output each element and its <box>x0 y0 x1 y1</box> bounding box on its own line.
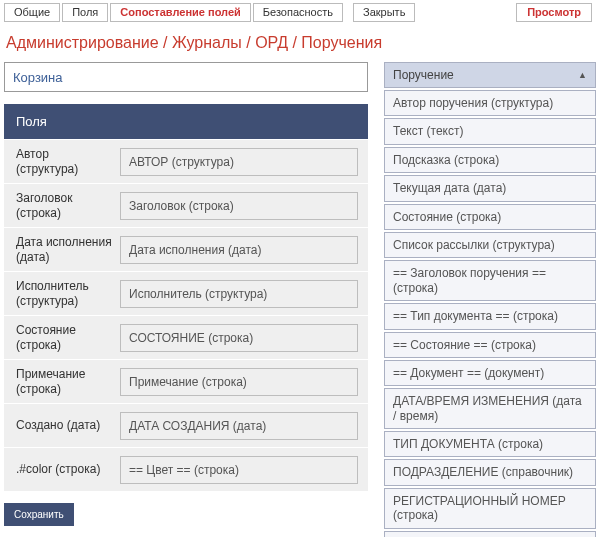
available-field-item[interactable]: == Документ == (документ) <box>384 360 596 386</box>
fields-header: Поля <box>4 104 368 139</box>
field-row: Исполнитель (структура)Исполнитель (стру… <box>4 271 368 315</box>
collapse-icon: ▲ <box>578 70 587 80</box>
tab-0[interactable]: Общие <box>4 3 60 22</box>
panel-header[interactable]: Поручение ▲ <box>384 62 596 88</box>
field-row: Состояние (строка)СОСТОЯНИЕ (строка) <box>4 315 368 359</box>
field-value-dropzone[interactable]: СОСТОЯНИЕ (строка) <box>120 324 358 352</box>
available-field-item[interactable]: Состояние (строка) <box>384 204 596 230</box>
field-label: Автор (структура) <box>4 141 116 182</box>
available-field-item[interactable]: Текущая дата (дата) <box>384 175 596 201</box>
available-field-item[interactable]: == Тип документа == (строка) <box>384 303 596 329</box>
field-label: .#color (строка) <box>4 456 116 482</box>
field-row: Заголовок (строка)Заголовок (строка) <box>4 183 368 227</box>
available-field-item[interactable]: ТИП ДОКУМЕНТА (строка) <box>384 431 596 457</box>
field-value-dropzone[interactable]: ДАТА СОЗДАНИЯ (дата) <box>120 412 358 440</box>
field-row: Дата исполнения (дата)Дата исполнения (д… <box>4 227 368 271</box>
right-column: Поручение ▲ Автор поручения (структура)Т… <box>384 62 596 537</box>
field-mapping-table: Автор (структура)АВТОР (структура)Заголо… <box>4 139 368 491</box>
available-field-item[interactable]: ПОДРАЗДЕЛЕНИЕ (справочник) <box>384 459 596 485</box>
available-field-item[interactable]: == Состояние == (строка) <box>384 332 596 358</box>
field-row: .#color (строка)== Цвет == (строка) <box>4 447 368 491</box>
field-label: Примечание (строка) <box>4 361 116 402</box>
field-label: Состояние (строка) <box>4 317 116 358</box>
available-field-item[interactable]: Текст (текст) <box>384 118 596 144</box>
field-value-dropzone[interactable]: Исполнитель (структура) <box>120 280 358 308</box>
tab-1[interactable]: Поля <box>62 3 108 22</box>
field-value-dropzone[interactable]: АВТОР (структура) <box>120 148 358 176</box>
field-label: Заголовок (строка) <box>4 185 116 226</box>
breadcrumb: Администрирование / Журналы / ОРД / Пору… <box>0 24 600 62</box>
field-row: Примечание (строка)Примечание (строка) <box>4 359 368 403</box>
panel-title: Поручение <box>393 68 454 82</box>
field-row: Автор (структура)АВТОР (структура) <box>4 139 368 183</box>
field-value-dropzone[interactable]: Заголовок (строка) <box>120 192 358 220</box>
save-button[interactable]: Сохранить <box>4 503 74 526</box>
available-field-item[interactable]: РЕГИСТРАЦИОННЫЙ НОМЕР (строка) <box>384 488 596 529</box>
field-row: Создано (дата)ДАТА СОЗДАНИЯ (дата) <box>4 403 368 447</box>
available-field-item[interactable]: Автор поручения (структура) <box>384 90 596 116</box>
tab-bar: ОбщиеПоляСопоставление полейБезопасность… <box>0 0 600 24</box>
field-label: Создано (дата) <box>4 412 116 438</box>
field-value-dropzone[interactable]: == Цвет == (строка) <box>120 456 358 484</box>
field-value-dropzone[interactable]: Дата исполнения (дата) <box>120 236 358 264</box>
content: Поля Автор (структура)АВТОР (структура)З… <box>0 62 600 537</box>
field-label: Дата исполнения (дата) <box>4 229 116 270</box>
tab-2[interactable]: Сопоставление полей <box>110 3 250 22</box>
close-button[interactable]: Закрыть <box>353 3 415 22</box>
tab-3[interactable]: Безопасность <box>253 3 343 22</box>
field-label: Исполнитель (структура) <box>4 273 116 314</box>
bucket-input[interactable] <box>4 62 368 92</box>
available-field-item[interactable]: Список рассылки (структура) <box>384 232 596 258</box>
preview-button[interactable]: Просмотр <box>516 3 592 22</box>
field-value-dropzone[interactable]: Примечание (строка) <box>120 368 358 396</box>
available-field-item[interactable]: == Заголовок поручения == (строка) <box>384 260 596 301</box>
available-field-item[interactable]: ДАТА/ВРЕМЯ ИЗМЕНЕНИЯ (дата / время) <box>384 388 596 429</box>
available-field-item[interactable]: Подсказка (строка) <box>384 147 596 173</box>
available-field-item[interactable]: ДАТА РЕГИСТРАЦИИ (дата) <box>384 531 596 537</box>
available-fields-list: Автор поручения (структура)Текст (текст)… <box>384 90 596 537</box>
left-column: Поля Автор (структура)АВТОР (структура)З… <box>4 62 368 537</box>
